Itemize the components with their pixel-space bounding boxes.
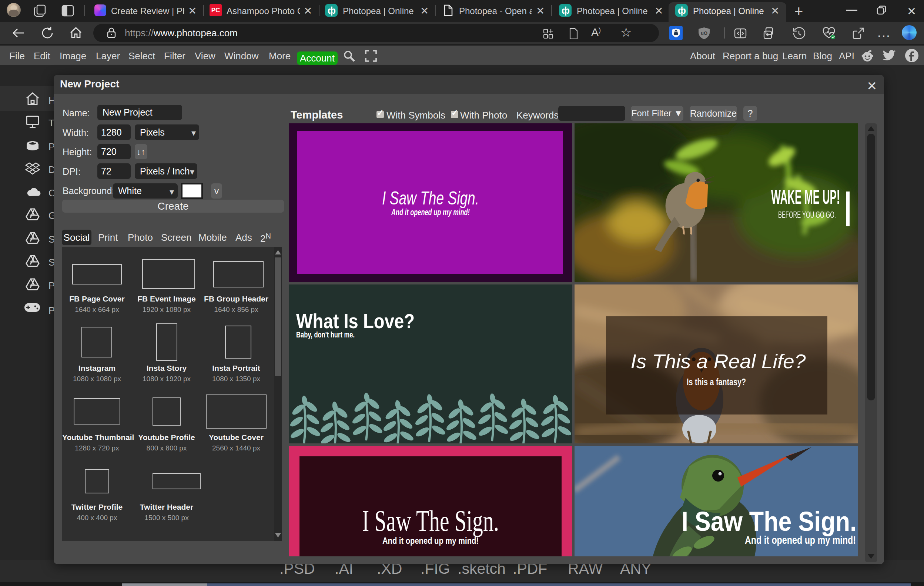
svg-text:Is this a fantasy?: Is this a fantasy? (687, 377, 746, 387)
svg-text:I Saw The Sign.: I Saw The Sign. (382, 188, 479, 209)
svg-text:What Is Love?: What Is Love? (296, 309, 415, 333)
svg-text:I Saw The Sign.: I Saw The Sign. (681, 506, 856, 537)
svg-text:And it opened up my mind!: And it opened up my mind! (391, 207, 470, 217)
svg-text:BEFORE YOU GO GO.: BEFORE YOU GO GO. (778, 210, 836, 220)
svg-text:And it opened up my mind!: And it opened up my mind! (745, 534, 856, 546)
svg-text:I Saw The Sign.: I Saw The Sign. (362, 505, 499, 537)
svg-text:Baby, don't hurt me.: Baby, don't hurt me. (296, 330, 355, 339)
svg-text:Is This a Real Life?: Is This a Real Life? (631, 350, 806, 372)
svg-text:And it opened up my mind!: And it opened up my mind! (383, 536, 478, 546)
svg-text:WAKE ME UP!: WAKE ME UP! (771, 185, 840, 208)
svg-text:uO: uO (701, 30, 708, 36)
